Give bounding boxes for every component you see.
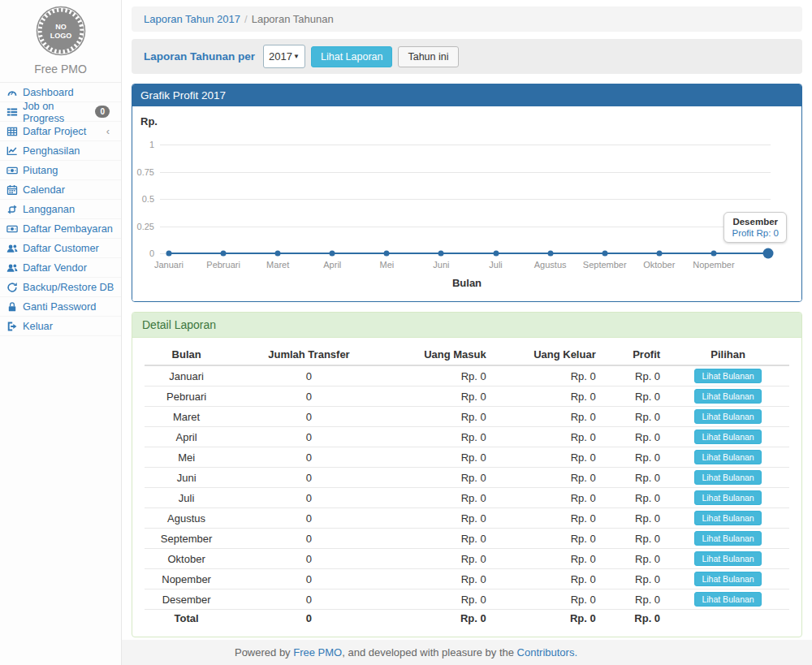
sidebar: NO LOGO Free PMO DashboardJob on Progres…: [0, 0, 122, 665]
profit-cell: Rp. 0: [603, 589, 667, 610]
total-jumlah_transfer-cell: 0: [228, 610, 390, 628]
sidebar-item-penghasilan[interactable]: Penghasilan: [0, 141, 121, 161]
jumlah_transfer-cell: 0: [228, 386, 390, 407]
lihat-laporan-button[interactable]: Lihat Laporan: [311, 46, 392, 67]
breadcrumb: Laporan Tahun 2017/Laporan Tahunan: [132, 6, 802, 32]
column-header: Profit: [603, 344, 667, 365]
lihat-bulanan-button[interactable]: Lihat Bulanan: [694, 511, 761, 525]
sidebar-item-keluar[interactable]: Keluar: [0, 317, 121, 336]
bulan-cell: Juni: [145, 468, 228, 488]
chart-point-mei[interactable]: [384, 251, 390, 257]
uang_masuk-cell: Rp. 0: [390, 447, 493, 468]
lihat-bulanan-button[interactable]: Lihat Bulanan: [694, 389, 761, 404]
chart-tooltip-title: Desember: [732, 217, 779, 227]
chart-point-juni[interactable]: [438, 251, 444, 257]
chart-point-juli[interactable]: [493, 251, 499, 257]
sidebar-menu: DashboardJob on Progress0Daftar Project‹…: [0, 83, 121, 336]
bulan-cell: Maret: [145, 407, 228, 427]
sidebar-item-ganti-password[interactable]: Ganti Password: [0, 297, 121, 317]
jumlah_transfer-cell: 0: [228, 488, 390, 508]
action-cell: Lihat Bulanan: [667, 427, 789, 447]
uang_keluar-cell: Rp. 0: [493, 508, 603, 529]
uang_keluar-cell: Rp. 0: [493, 488, 603, 508]
footer-text-prefix: Powered by: [235, 646, 291, 659]
chart-point-agustus[interactable]: [547, 251, 553, 257]
sidebar-item-label: Langganan: [23, 203, 75, 215]
sidebar-item-calendar[interactable]: Calendar: [0, 180, 121, 200]
profit-cell: Rp. 0: [603, 549, 667, 569]
uang_masuk-cell: Rp. 0: [390, 529, 493, 549]
chart-point-september[interactable]: [602, 251, 607, 257]
lihat-bulanan-button[interactable]: Lihat Bulanan: [694, 551, 761, 566]
uang_keluar-cell: Rp. 0: [493, 549, 603, 569]
sidebar-item-daftar-pembayaran[interactable]: Daftar Pembayaran: [0, 219, 121, 239]
year-select[interactable]: 2017 ▼: [263, 45, 305, 68]
dashboard-icon: [6, 87, 18, 98]
report-toolbar: Laporan Tahunan per 2017 ▼ Lihat Laporan…: [132, 39, 802, 74]
lihat-bulanan-button[interactable]: Lihat Bulanan: [694, 409, 761, 424]
jumlah_transfer-cell: 0: [228, 589, 390, 610]
signout-icon: [6, 321, 18, 332]
detail-report-panel: Detail Laporan BulanJumlah TransferUang …: [132, 312, 802, 637]
column-header: Jumlah Transfer: [228, 344, 390, 365]
chart-panel-title: Grafik Profit 2017: [132, 84, 801, 106]
sidebar-item-piutang[interactable]: Piutang: [0, 161, 121, 180]
lihat-bulanan-button[interactable]: Lihat Bulanan: [694, 490, 761, 505]
jumlah_transfer-cell: 0: [228, 569, 390, 589]
main-content: Laporan Tahun 2017/Laporan Tahunan Lapor…: [122, 0, 812, 647]
sidebar-item-daftar-vendor[interactable]: Daftar Vendor: [0, 258, 121, 278]
action-cell: Lihat Bulanan: [667, 529, 789, 549]
uang_keluar-cell: Rp. 0: [493, 365, 603, 386]
chart-point-pebruari[interactable]: [221, 251, 227, 257]
chart-y-tick-label: 0.75: [132, 167, 154, 177]
sidebar-item-langganan[interactable]: Langganan: [0, 200, 121, 219]
total-bulan-cell: Total: [145, 610, 228, 628]
column-header: Uang Masuk: [390, 344, 493, 365]
breadcrumb-current: Laporan Tahunan: [252, 13, 334, 25]
column-header: Bulan: [145, 344, 228, 365]
uang_masuk-cell: Rp. 0: [390, 508, 493, 529]
chart-x-tick-label: Maret: [266, 260, 289, 270]
lihat-bulanan-button[interactable]: Lihat Bulanan: [694, 592, 761, 607]
refresh-icon: [6, 282, 18, 293]
lihat-bulanan-button[interactable]: Lihat Bulanan: [694, 430, 761, 444]
action-cell: Lihat Bulanan: [667, 365, 789, 386]
sidebar-item-job-on-progress[interactable]: Job on Progress0: [0, 102, 121, 122]
chart-x-tick-label: Pebruari: [206, 260, 240, 270]
chart-point-nopember[interactable]: [710, 251, 716, 257]
uang_keluar-cell: Rp. 0: [493, 407, 603, 427]
footer-link-contributors[interactable]: Contributors.: [517, 646, 577, 659]
lihat-bulanan-button[interactable]: Lihat Bulanan: [694, 531, 761, 546]
lihat-bulanan-button[interactable]: Lihat Bulanan: [694, 450, 761, 464]
uang_keluar-cell: Rp. 0: [493, 569, 603, 589]
toolbar-label: Laporan Tahunan per: [144, 50, 255, 63]
bulan-cell: September: [145, 529, 228, 549]
tahun-ini-button[interactable]: Tahun ini: [398, 46, 458, 67]
chart-point-januari[interactable]: [166, 251, 172, 257]
breadcrumb-link-laporan-tahun[interactable]: Laporan Tahun 2017: [144, 13, 240, 25]
action-cell: Lihat Bulanan: [667, 386, 789, 407]
footer: Powered by Free PMO, and developed with …: [122, 640, 812, 665]
chart-point-oktober[interactable]: [656, 251, 662, 257]
column-header: Uang Keluar: [493, 344, 603, 365]
chart-y-tick-label: 0.25: [132, 222, 154, 231]
detail-panel-title: Detail Laporan: [132, 313, 801, 338]
sidebar-item-backup-restore-db[interactable]: Backup/Restore DB: [0, 278, 121, 297]
total-uang_masuk-cell: Rp. 0: [390, 610, 493, 628]
sidebar-item-daftar-customer[interactable]: Daftar Customer: [0, 239, 121, 258]
chart-point-april[interactable]: [330, 251, 335, 257]
action-cell: Lihat Bulanan: [667, 589, 789, 610]
lihat-bulanan-button[interactable]: Lihat Bulanan: [694, 369, 761, 383]
sidebar-item-daftar-project[interactable]: Daftar Project‹: [0, 122, 121, 141]
sidebar-item-label: Ganti Password: [23, 300, 96, 313]
lihat-bulanan-button[interactable]: Lihat Bulanan: [694, 572, 761, 586]
chart-point-desember[interactable]: [763, 248, 774, 259]
footer-link-free-pmo[interactable]: Free PMO: [293, 646, 342, 659]
chart-point-maret[interactable]: [275, 251, 281, 257]
bulan-cell: Desember: [145, 589, 228, 610]
table-header-row: BulanJumlah TransferUang MasukUang Kelua…: [145, 344, 789, 365]
users-icon: [6, 262, 18, 274]
lihat-bulanan-button[interactable]: Lihat Bulanan: [694, 470, 761, 485]
uang_keluar-cell: Rp. 0: [493, 468, 603, 488]
svg-text:LOGO: LOGO: [50, 32, 71, 40]
